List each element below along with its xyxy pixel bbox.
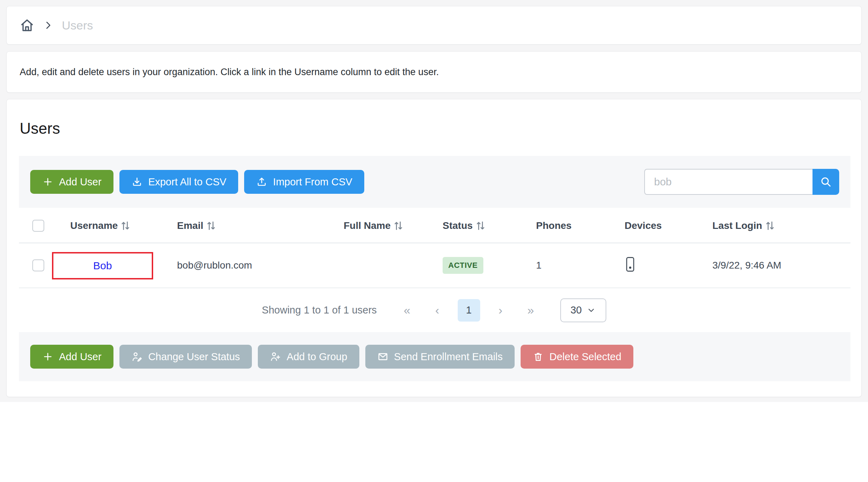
user-plus-icon — [270, 351, 281, 362]
add-to-group-label: Add to Group — [287, 351, 347, 363]
breadcrumb-current: Users — [62, 19, 93, 32]
phones-cell: 1 — [526, 260, 614, 271]
export-csv-label: Export All to CSV — [148, 176, 226, 188]
column-header-phones: Phones — [526, 220, 614, 231]
column-label: Username — [70, 220, 118, 231]
devices-cell — [614, 256, 702, 276]
username-link[interactable]: Bob — [93, 260, 112, 272]
add-to-group-button[interactable]: Add to Group — [258, 345, 359, 369]
add-user-label: Add User — [59, 176, 102, 188]
bottom-toolbar: Add User Change User Status — [19, 332, 850, 381]
search-icon — [820, 176, 832, 188]
plus-icon — [42, 351, 53, 362]
trash-icon — [533, 351, 544, 362]
users-card: Users Add User Export All to CSV — [6, 99, 862, 397]
page-size-value: 30 — [570, 304, 582, 316]
column-header-fullname[interactable]: Full Name — [326, 220, 424, 231]
status-cell: ACTIVE — [424, 257, 526, 274]
smartphone-icon — [625, 256, 636, 273]
breadcrumb: Users — [7, 6, 861, 44]
sort-icon — [765, 220, 775, 231]
info-banner-card: Add, edit and delete users in your organ… — [6, 51, 862, 93]
add-user-button-bottom[interactable]: Add User — [30, 345, 113, 369]
user-edit-icon — [131, 351, 143, 362]
pagination-summary: Showing 1 to 1 of 1 users — [262, 304, 377, 316]
top-toolbar: Add User Export All to CSV — [19, 156, 850, 208]
sort-icon — [393, 220, 403, 231]
first-page-button[interactable]: « — [397, 301, 417, 320]
column-label: Email — [177, 220, 203, 231]
lastlogin-cell: 3/9/22, 9:46 AM — [702, 260, 850, 271]
chevron-right-icon — [43, 20, 53, 31]
search-group — [644, 169, 839, 195]
select-all-checkbox[interactable] — [32, 220, 44, 232]
change-user-status-button[interactable]: Change User Status — [119, 345, 252, 369]
envelope-icon — [377, 351, 389, 362]
status-badge: ACTIVE — [443, 257, 483, 274]
users-table: Username Email Full Name — [19, 209, 850, 288]
sort-icon — [120, 220, 130, 231]
pagination: Showing 1 to 1 of 1 users « ‹ 1 › » 30 — [7, 288, 861, 332]
sort-icon — [206, 220, 216, 231]
delete-selected-button[interactable]: Delete Selected — [521, 345, 633, 369]
export-csv-button[interactable]: Export All to CSV — [119, 170, 238, 194]
page-title: Users — [20, 120, 60, 137]
email-cell: bob@rublon.com — [164, 260, 326, 271]
last-page-button[interactable]: » — [521, 301, 541, 320]
chevron-down-icon — [587, 306, 596, 315]
column-label: Phones — [536, 220, 572, 231]
column-header-username[interactable]: Username — [58, 220, 164, 231]
add-user-label: Add User — [59, 351, 102, 363]
table-row: bob@rublon.com ACTIVE 1 3/9/22, 9:46 AM — [19, 243, 850, 288]
current-page-button[interactable]: 1 — [458, 299, 480, 322]
column-header-status[interactable]: Status — [424, 220, 526, 231]
import-csv-label: Import From CSV — [273, 176, 352, 188]
table-header-row: Username Email Full Name — [19, 209, 850, 243]
search-button[interactable] — [812, 169, 839, 195]
column-header-lastlogin[interactable]: Last Login — [702, 220, 850, 231]
download-icon — [131, 176, 143, 187]
info-banner-text: Add, edit and delete users in your organ… — [20, 67, 439, 78]
breadcrumb-card: Users — [6, 6, 862, 45]
app-window: Users Add, edit and delete users in your… — [0, 0, 868, 482]
annotation-highlight-box: Bob — [52, 252, 153, 279]
page-size-select[interactable]: 30 — [560, 298, 606, 322]
column-header-devices: Devices — [614, 220, 702, 231]
column-label: Status — [443, 220, 473, 231]
home-icon[interactable] — [20, 18, 34, 33]
upload-icon — [256, 176, 267, 187]
column-header-email[interactable]: Email — [164, 220, 326, 231]
send-enrollment-emails-button[interactable]: Send Enrollment Emails — [365, 345, 515, 369]
delete-selected-label: Delete Selected — [549, 351, 621, 363]
change-user-status-label: Change User Status — [148, 351, 240, 363]
sort-icon — [476, 220, 485, 231]
search-input[interactable] — [644, 169, 812, 195]
import-csv-button[interactable]: Import From CSV — [244, 170, 364, 194]
row-checkbox[interactable] — [32, 259, 44, 271]
next-page-button[interactable]: › — [491, 301, 510, 320]
column-label: Full Name — [344, 220, 391, 231]
send-enrollment-emails-label: Send Enrollment Emails — [394, 351, 503, 363]
prev-page-button[interactable]: ‹ — [428, 301, 447, 320]
add-user-button[interactable]: Add User — [30, 170, 113, 194]
column-label: Last Login — [712, 220, 762, 231]
plus-icon — [42, 176, 53, 187]
column-label: Devices — [625, 220, 662, 231]
